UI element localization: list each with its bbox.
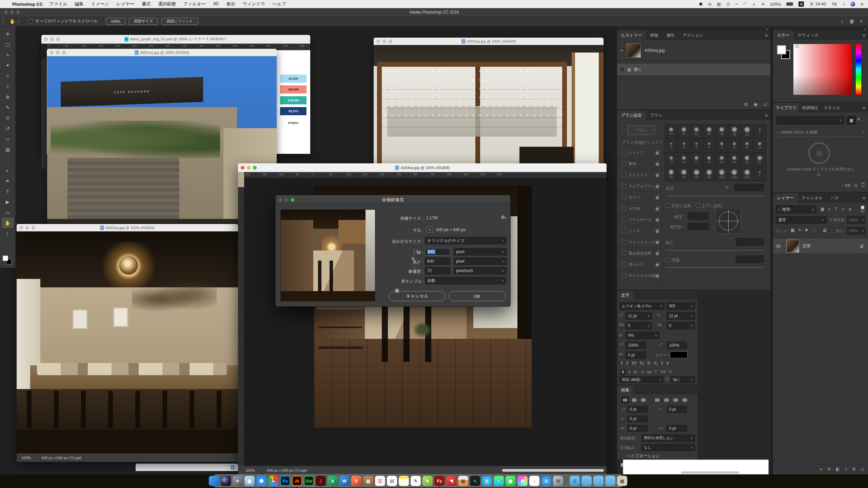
brushes-button[interactable]: ブラシ <box>627 125 655 135</box>
brush-option-ノイズ[interactable]: ノイズ <box>617 225 662 237</box>
window-title-bar[interactable]: Ps datas_graph_img_01.psd @ 100% (レイヤー 3… <box>41 35 310 44</box>
dock-item-stack-grid[interactable]: ▦ <box>617 476 627 486</box>
menu-item[interactable]: 表示 <box>222 1 239 7</box>
history-brush-source-icon[interactable]: ✑ <box>617 48 627 53</box>
brush-preset-36[interactable]: 36 <box>703 124 715 139</box>
brush-preset-48[interactable]: 48 <box>677 167 690 181</box>
dock-item-activity-monitor[interactable]: ∿ <box>470 476 480 486</box>
history-step-row[interactable]: ▤ 開く <box>617 64 770 75</box>
panel-menu-icon[interactable]: ≡ <box>765 33 768 38</box>
resolution-unit-dropdown[interactable]: pixel/inch <box>454 267 507 274</box>
spacing-input[interactable] <box>736 256 764 263</box>
align-button-0[interactable] <box>621 396 629 403</box>
fit-to-dropdown[interactable]: オリジナルのサイズ <box>425 237 506 244</box>
wifi-icon[interactable]: ◠ <box>743 2 746 6</box>
time-machine-icon[interactable]: ◷ <box>726 2 730 6</box>
flip-y-checkbox[interactable] <box>696 203 700 207</box>
brush-option-ブラシポーズ[interactable]: ブラシポーズ <box>617 214 662 225</box>
layer-name[interactable]: 背景 <box>803 243 811 249</box>
brush-preset-28[interactable]: 28 <box>677 124 690 139</box>
brush-preset-4[interactable]: 4 <box>690 139 703 153</box>
panel-menu-icon[interactable]: ≡ <box>863 33 865 38</box>
menu-item[interactable]: レイヤー <box>113 1 138 7</box>
indent-first-input[interactable]: 0 pt <box>627 415 648 422</box>
creative-cloud-icon[interactable]: ◎ <box>708 2 711 6</box>
workspace-list-icon[interactable]: ≡ <box>860 19 863 24</box>
lock-icon[interactable] <box>656 208 659 210</box>
dock-item-itunes[interactable]: ♪ <box>529 476 539 486</box>
foreground-color-swatch[interactable] <box>777 45 786 54</box>
menu-item[interactable]: フィルター <box>179 1 209 7</box>
dialog-title-bar[interactable]: 画像解像度 <box>276 195 510 205</box>
dock-item-textedit[interactable]: ✎ <box>411 476 421 486</box>
char-opentype-5[interactable]: T <box>654 369 657 375</box>
lock-all-icon[interactable] <box>823 229 826 232</box>
char-style-6[interactable]: T <box>661 361 663 366</box>
height-input[interactable]: 640 <box>425 258 450 265</box>
lock-icon[interactable] <box>656 185 659 188</box>
notification-center-icon[interactable]: ≡ <box>861 2 863 7</box>
horizontal-scrollbar[interactable] <box>502 469 604 472</box>
space-after-input[interactable]: 0 pt <box>667 425 687 432</box>
brush-preset-60[interactable]: 60 <box>690 167 703 181</box>
width-unit-dropdown[interactable]: pixel <box>454 248 507 256</box>
dock-item-finder[interactable] <box>209 476 219 486</box>
zoom-100-button[interactable]: 100% <box>106 18 125 25</box>
dock-item-photos[interactable]: ✿ <box>517 476 528 486</box>
dialog-preview-image[interactable] <box>280 209 375 301</box>
lock-icon[interactable] <box>656 174 659 177</box>
dock-item-dreamweaver[interactable]: Dw <box>304 476 314 486</box>
eraser-tool[interactable]: ▱ <box>2 134 14 144</box>
tab-adjustments[interactable]: 色調補正 <box>799 103 821 113</box>
kerning-dropdown[interactable]: 0 <box>626 322 652 329</box>
brush-option-checkbox[interactable] <box>622 218 626 222</box>
dock-item-excel[interactable]: X <box>328 476 338 486</box>
menu-user[interactable]: TK <box>832 2 837 7</box>
brush-preset-45[interactable]: 45 <box>665 167 677 181</box>
app-window-controls[interactable] <box>4 11 20 14</box>
lock-icon[interactable] <box>656 252 659 255</box>
brush-preset-18[interactable]: 18 <box>703 153 715 167</box>
fill-screen-button[interactable]: 画面にフィット <box>161 18 198 25</box>
dock-item-acrobat[interactable]: ⅄ <box>316 476 326 486</box>
dropbox-icon[interactable]: ⬢ <box>699 2 702 6</box>
pen-tool[interactable]: ✒ <box>2 176 14 186</box>
tab-paragraph[interactable]: 段落 <box>617 386 633 394</box>
menu-item[interactable]: 選択範囲 <box>154 1 179 7</box>
brush-preset-17[interactable]: 17 <box>690 153 703 167</box>
delete-layer-icon[interactable]: ⊔ <box>861 467 864 471</box>
window-controls[interactable] <box>50 50 66 54</box>
brush-preset-7[interactable]: 7 <box>715 139 728 153</box>
dock-item-folder-2[interactable] <box>593 476 604 486</box>
brush-preset-300[interactable]: 300 <box>728 167 741 181</box>
tab-info[interactable]: 情報 <box>646 30 662 40</box>
lock-artboard-icon[interactable]: ⬚ <box>811 228 815 232</box>
align-button-2[interactable] <box>639 396 647 403</box>
tab-styles[interactable]: スタイル <box>821 103 843 113</box>
ruler-horizontal[interactable]: 2001501005005010015020025030035040045050… <box>244 172 607 178</box>
minimize-icon[interactable] <box>247 166 251 169</box>
char-style-0[interactable]: T <box>620 361 623 366</box>
lock-icon[interactable] <box>656 152 659 155</box>
snapshot-thumbnail[interactable] <box>627 43 641 58</box>
dock-item-skype[interactable]: S <box>482 476 492 486</box>
type-tool[interactable]: T <box>2 186 14 197</box>
lasso-tool[interactable]: ∿ <box>2 49 14 60</box>
zoom-window-icon[interactable] <box>291 198 294 202</box>
spacing-checkbox[interactable] <box>666 258 670 262</box>
window-controls[interactable] <box>19 226 35 229</box>
window-title-bar[interactable]: A003sq.jpg @ 100% (RGB/8) <box>374 38 604 45</box>
fill-dropdown[interactable]: 100% <box>847 227 865 235</box>
window-a002[interactable]: A002sq.jpg @ 100% (RGB/8) 100% 640 px x … <box>17 224 238 462</box>
char-style-5[interactable]: T₁ <box>654 361 658 366</box>
brush-option-checkbox[interactable] <box>622 173 626 177</box>
brush-preset-28[interactable]: 28 <box>741 153 753 167</box>
window-controls[interactable] <box>241 166 257 169</box>
brush-option-checkbox[interactable] <box>622 195 626 199</box>
clone-stamp-tool[interactable]: ⊙ <box>2 113 14 123</box>
layer-filter-toggle[interactable] <box>861 205 865 213</box>
fragment-scrollbar[interactable] <box>681 471 739 473</box>
dock-item-messages[interactable]: ◗ <box>494 476 504 486</box>
brush-preset-1[interactable]: 1 <box>753 124 766 139</box>
gradient-tool[interactable]: ▨ <box>2 144 14 155</box>
